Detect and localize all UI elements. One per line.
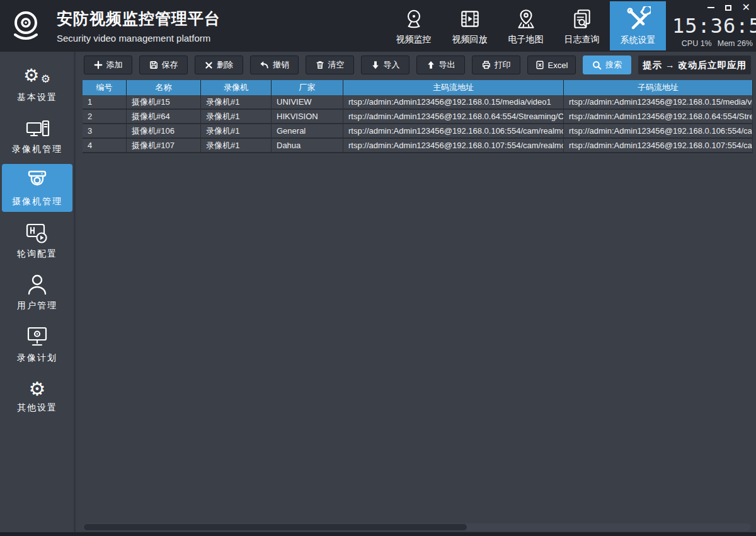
sidebar-item-other-settings[interactable]: ⚙ 其他设置 <box>2 372 72 420</box>
excel-icon <box>536 61 544 69</box>
playback-icon <box>459 7 481 31</box>
cell-main-stream[interactable]: rtsp://admin:Admin123456@192.168.0.15/me… <box>343 95 564 108</box>
search-button[interactable]: 搜索 <box>583 55 631 74</box>
top-navigation: 视频监控 视频回放 电子地图 <box>386 1 666 50</box>
system-status-area: ✕ 15:36:58 CPU 1% Mem 26% <box>672 3 753 48</box>
window-bottom-border <box>0 532 756 536</box>
sidebar-item-polling-config[interactable]: 轮询配置 <box>2 216 72 264</box>
scrollbar-thumb[interactable] <box>84 524 467 530</box>
import-button[interactable]: 导入 <box>361 55 410 74</box>
sidebar-item-label: 其他设置 <box>17 402 57 414</box>
print-icon <box>482 61 491 69</box>
sidebar-item-label: 轮询配置 <box>17 248 57 260</box>
dome-camera-icon <box>24 169 50 193</box>
sidebar-item-record-plan[interactable]: 录像计划 <box>2 320 72 368</box>
nav-item-label: 视频回放 <box>452 34 488 45</box>
sidebar-item-label: 用户管理 <box>17 300 57 312</box>
apply-hint: 提示 → 改动后立即应用 <box>638 55 751 74</box>
tools-icon <box>626 6 651 32</box>
col-header-sub-stream: 子码流地址 <box>564 80 753 95</box>
mem-usage: Mem 26% <box>718 39 753 48</box>
cell-sub-stream[interactable]: rtsp://admin:Admin123456@192.168.0.64:55… <box>564 110 753 123</box>
undo-icon <box>260 61 269 69</box>
delete-button[interactable]: 删除 <box>195 55 243 74</box>
cell-id[interactable]: 2 <box>83 110 127 123</box>
table-row[interactable]: 4 摄像机#107 录像机#1 Dahua rtsp://admin:Admin… <box>83 139 753 153</box>
gear-icon: ⚙ <box>29 379 46 399</box>
app-header: 安防视频监控管理平台 Security video management pla… <box>0 0 756 52</box>
cell-recorder[interactable]: 录像机#1 <box>201 139 272 152</box>
cell-main-stream[interactable]: rtsp://admin:Admin123456@192.168.0.64:55… <box>343 110 564 123</box>
cell-name[interactable]: 摄像机#15 <box>127 95 201 108</box>
recorder-icon <box>24 118 50 141</box>
maximize-icon[interactable] <box>725 5 731 11</box>
cell-id[interactable]: 1 <box>83 95 127 108</box>
sidebar-item-label: 基本设置 <box>17 92 57 103</box>
search-icon <box>592 61 602 70</box>
cell-sub-stream[interactable]: rtsp://admin:Admin123456@192.168.0.106:5… <box>564 124 753 137</box>
sidebar-item-label: 录像机管理 <box>12 144 62 155</box>
save-icon <box>149 61 158 69</box>
table-row[interactable]: 3 摄像机#106 录像机#1 General rtsp://admin:Adm… <box>83 124 753 139</box>
cell-vendor[interactable]: Dahua <box>272 139 343 152</box>
close-icon[interactable]: ✕ <box>742 4 750 11</box>
save-button[interactable]: 保存 <box>139 55 188 74</box>
cell-recorder[interactable]: 录像机#1 <box>201 95 272 108</box>
sidebar-item-recorder-management[interactable]: 录像机管理 <box>2 112 72 160</box>
nav-item-label: 日志查询 <box>564 34 600 45</box>
col-header-id: 编号 <box>83 80 127 95</box>
nav-item-log-query[interactable]: 日志查询 <box>554 1 610 50</box>
nav-item-video-playback[interactable]: 视频回放 <box>442 1 498 50</box>
cell-vendor[interactable]: UNIVIEW <box>272 95 343 108</box>
minimize-icon[interactable] <box>707 7 714 8</box>
cell-name[interactable]: 摄像机#106 <box>127 124 201 137</box>
excel-button[interactable]: Excel <box>527 55 576 74</box>
cell-recorder[interactable]: 录像机#1 <box>201 124 272 137</box>
delete-icon <box>205 61 213 69</box>
nav-item-label: 视频监控 <box>396 34 432 45</box>
window-controls: ✕ <box>672 3 750 12</box>
main-content: 添加 保存 删除 撤销 清空 导入 <box>77 52 756 532</box>
cell-vendor[interactable]: General <box>272 124 343 137</box>
camera-table: 编号 名称 录像机 厂家 主码流地址 子码流地址 1 摄像机#15 录像机#1 … <box>83 80 753 153</box>
cell-name[interactable]: 摄像机#64 <box>127 110 201 123</box>
cell-main-stream[interactable]: rtsp://admin:Admin123456@192.168.0.106:5… <box>343 124 564 137</box>
col-header-recorder: 录像机 <box>201 80 272 95</box>
undo-button[interactable]: 撤销 <box>250 55 299 74</box>
table-row[interactable]: 1 摄像机#15 录像机#1 UNIVIEW rtsp://admin:Admi… <box>83 95 753 110</box>
sidebar-item-basic-settings[interactable]: ⚙⚙ 基本设置 <box>2 61 72 108</box>
cell-sub-stream[interactable]: rtsp://admin:Admin123456@192.168.0.15/me… <box>564 95 753 108</box>
nav-item-video-monitor[interactable]: 视频监控 <box>386 1 442 50</box>
cell-id[interactable]: 4 <box>83 139 127 152</box>
cell-id[interactable]: 3 <box>83 124 127 137</box>
clear-button[interactable]: 清空 <box>306 55 354 74</box>
digital-clock: 15:36:58 <box>672 14 753 38</box>
table-header-row: 编号 名称 录像机 厂家 主码流地址 子码流地址 <box>83 80 753 95</box>
sidebar: ⚙⚙ 基本设置 录像机管理 摄像机管理 <box>0 52 76 532</box>
cell-main-stream[interactable]: rtsp://admin:Admin123456@192.168.0.107:5… <box>343 139 564 152</box>
page-title: 安防视频监控管理平台 <box>57 8 220 29</box>
app-logo-icon <box>8 8 43 44</box>
table-row[interactable]: 2 摄像机#64 录像机#1 HIKVISION rtsp://admin:Ad… <box>83 110 753 124</box>
sidebar-item-user-management[interactable]: 用户管理 <box>2 268 72 316</box>
toolbar: 添加 保存 删除 撤销 清空 导入 <box>84 55 751 74</box>
horizontal-scrollbar[interactable] <box>83 523 751 531</box>
cpu-usage: CPU 1% <box>682 39 712 48</box>
sidebar-item-camera-management[interactable]: 摄像机管理 <box>2 164 72 212</box>
print-button[interactable]: 打印 <box>472 55 520 74</box>
nav-item-system-settings[interactable]: 系统设置 <box>610 1 666 50</box>
nav-item-e-map[interactable]: 电子地图 <box>498 1 554 50</box>
col-header-vendor: 厂家 <box>272 80 343 95</box>
map-icon <box>515 7 537 31</box>
add-button[interactable]: 添加 <box>84 55 132 74</box>
resource-stats: CPU 1% Mem 26% <box>672 39 753 48</box>
cell-name[interactable]: 摄像机#107 <box>127 139 201 152</box>
cell-recorder[interactable]: 录像机#1 <box>201 110 272 123</box>
export-icon <box>427 61 435 69</box>
export-button[interactable]: 导出 <box>416 55 465 74</box>
trash-icon <box>316 61 324 69</box>
cell-vendor[interactable]: HIKVISION <box>272 110 343 123</box>
cell-sub-stream[interactable]: rtsp://admin:Admin123456@192.168.0.107:5… <box>564 139 753 152</box>
col-header-name: 名称 <box>127 80 201 95</box>
webcam-icon <box>403 7 425 31</box>
